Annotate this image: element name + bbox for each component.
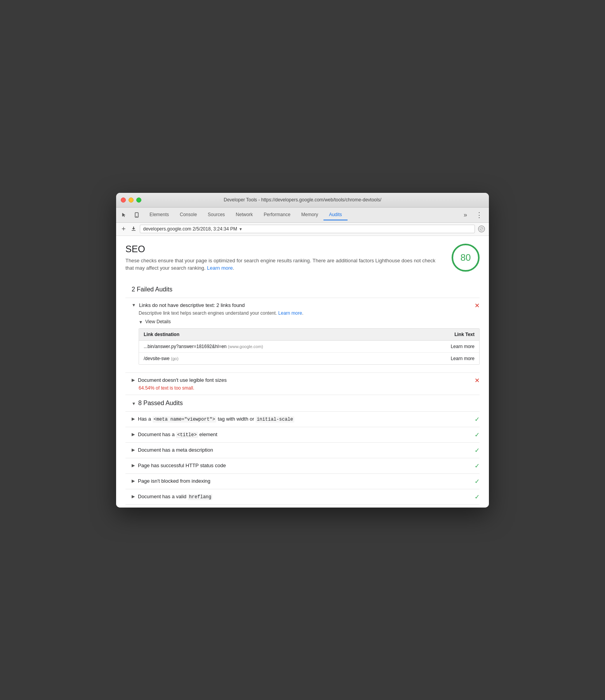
table-header: Link destination Link Text bbox=[139, 329, 479, 341]
tab-performance[interactable]: Performance bbox=[258, 210, 296, 220]
tab-audits[interactable]: Audits bbox=[323, 210, 347, 220]
fonts-fail-icon: ✕ bbox=[475, 377, 480, 384]
new-audit-button[interactable]: + bbox=[120, 224, 127, 234]
urlbar: + developers.google.com 2/5/2018, 3:24:3… bbox=[116, 223, 489, 236]
blocked-chevron[interactable] bbox=[132, 478, 135, 483]
more-tabs-button[interactable]: » bbox=[461, 210, 470, 220]
links-audit-text: Links do not have descriptive text: 2 li… bbox=[139, 302, 245, 309]
download-button[interactable] bbox=[130, 225, 137, 233]
mobile-icon[interactable] bbox=[132, 210, 142, 220]
tab-memory[interactable]: Memory bbox=[296, 210, 323, 220]
failed-audits-section: 2 Failed Audits Links do not have descri… bbox=[125, 281, 480, 395]
hreflang-chevron[interactable] bbox=[132, 494, 135, 499]
fonts-red-text: 64.54% of text is too small. bbox=[139, 385, 194, 391]
table-row-2-dest: /devsite-swe (go) bbox=[144, 356, 392, 361]
fonts-audit-text: Document doesn't use legible font sizes bbox=[138, 377, 227, 384]
http-text: Page has successful HTTP status code bbox=[138, 462, 226, 469]
audit-meta-item: Document has a meta description ✓ bbox=[125, 443, 480, 458]
tab-sources[interactable]: Sources bbox=[202, 210, 230, 220]
view-details-label: View Details bbox=[145, 319, 171, 324]
blocked-pass-icon: ✓ bbox=[475, 478, 480, 485]
table-row-1-domain: (www.google.com) bbox=[228, 344, 263, 349]
col-text-header: Link Text bbox=[392, 332, 475, 337]
audit-fonts-left: Document doesn't use legible font sizes bbox=[132, 377, 470, 384]
window-title: Developer Tools - https://developers.goo… bbox=[224, 197, 381, 203]
seo-title: SEO bbox=[125, 244, 444, 255]
maximize-button[interactable] bbox=[136, 198, 141, 203]
tab-console[interactable]: Console bbox=[174, 210, 202, 220]
fonts-sub: 64.54% of text is too small. bbox=[139, 385, 480, 391]
title-pass-icon: ✓ bbox=[475, 431, 480, 438]
audit-blocked-item: Page isn't blocked from indexing ✓ bbox=[125, 474, 480, 489]
audit-links-left: Links do not have descriptive text: 2 li… bbox=[132, 302, 470, 309]
viewport-chevron[interactable] bbox=[132, 416, 135, 421]
table-row-2-domain: (go) bbox=[171, 356, 179, 361]
viewport-text: Has a <meta name="viewport"> tag with wi… bbox=[138, 416, 294, 423]
audit-hreflang-item: Document has a valid hreflang ✓ bbox=[125, 489, 480, 505]
meta-pass-icon: ✓ bbox=[475, 447, 480, 454]
links-chevron[interactable] bbox=[132, 303, 136, 307]
block-button[interactable] bbox=[478, 225, 485, 232]
minimize-button[interactable] bbox=[129, 198, 134, 203]
table-row-1-dest: ...bin/answer.py?answer=181692&hl=en (ww… bbox=[144, 344, 392, 349]
title-chevron[interactable] bbox=[132, 432, 135, 437]
passed-audits-title: ▼8 Passed Audits bbox=[125, 395, 480, 412]
table-row: /devsite-swe (go) Learn more bbox=[139, 353, 479, 364]
audit-links-item: Links do not have descriptive text: 2 li… bbox=[125, 298, 480, 373]
svg-line-4 bbox=[480, 228, 483, 230]
titlebar: Developer Tools - https://developers.goo… bbox=[116, 193, 489, 208]
passed-chevron[interactable]: ▼ bbox=[132, 401, 136, 406]
cursor-icon[interactable] bbox=[119, 210, 129, 220]
blocked-text: Page isn't blocked from indexing bbox=[138, 478, 210, 485]
audit-title-item: Document has a <title> element ✓ bbox=[125, 427, 480, 443]
tab-elements[interactable]: Elements bbox=[144, 210, 174, 220]
traffic-lights bbox=[121, 198, 141, 203]
tab-network[interactable]: Network bbox=[230, 210, 258, 220]
hreflang-text: Document has a valid hreflang bbox=[138, 493, 212, 501]
url-input[interactable]: developers.google.com 2/5/2018, 3:24:34 … bbox=[140, 225, 475, 233]
devtools-window: Developer Tools - https://developers.goo… bbox=[116, 193, 489, 508]
toolbar: Elements Console Sources Network Perform… bbox=[116, 208, 489, 223]
audit-viewport-item: Has a <meta name="viewport"> tag with wi… bbox=[125, 412, 480, 427]
score-circle: 80 bbox=[452, 244, 480, 272]
links-sub: Descriptive link text helps search engin… bbox=[139, 310, 480, 316]
http-pass-icon: ✓ bbox=[475, 463, 480, 469]
svg-rect-2 bbox=[132, 230, 136, 231]
audit-fonts-row: Document doesn't use legible font sizes … bbox=[132, 377, 480, 384]
fonts-status: ✕ bbox=[475, 377, 480, 384]
passed-audits-section: ▼8 Passed Audits Has a <meta name="viewp… bbox=[125, 395, 480, 508]
url-text: developers.google.com 2/5/2018, 3:24:34 … bbox=[143, 226, 237, 232]
fonts-chevron[interactable] bbox=[132, 378, 135, 383]
links-status: ✕ bbox=[475, 302, 480, 309]
svg-rect-1 bbox=[136, 216, 137, 217]
audit-links-row: Links do not have descriptive text: 2 li… bbox=[132, 302, 480, 309]
failed-audits-title: 2 Failed Audits bbox=[125, 281, 480, 298]
details-chevron[interactable] bbox=[139, 320, 143, 324]
title-text: Document has a <title> element bbox=[138, 431, 217, 438]
menu-button[interactable]: ⋮ bbox=[473, 209, 486, 221]
close-button[interactable] bbox=[121, 198, 126, 203]
col-dest-header: Link destination bbox=[144, 332, 392, 337]
audit-fonts-item: Document doesn't use legible font sizes … bbox=[125, 373, 480, 395]
url-dropdown[interactable]: ▼ bbox=[239, 227, 243, 231]
seo-description: These checks ensure that your page is op… bbox=[125, 257, 444, 272]
table-row: ...bin/answer.py?answer=181692&hl=en (ww… bbox=[139, 341, 479, 353]
seo-learn-more-link[interactable]: Learn more bbox=[207, 265, 233, 271]
links-fail-icon: ✕ bbox=[475, 302, 480, 309]
audit-canonical-item: Document has a valid rel=canonical ✓ bbox=[125, 505, 480, 508]
seo-title-block: SEO These checks ensure that your page i… bbox=[125, 244, 452, 272]
view-details-toggle[interactable]: View Details bbox=[139, 319, 480, 324]
seo-desc-text: These checks ensure that your page is op… bbox=[125, 258, 435, 271]
table-row-2-text: Learn more bbox=[392, 356, 475, 361]
http-chevron[interactable] bbox=[132, 463, 135, 468]
viewport-pass-icon: ✓ bbox=[475, 416, 480, 423]
meta-chevron[interactable] bbox=[132, 447, 135, 452]
audit-http-item: Page has successful HTTP status code ✓ bbox=[125, 458, 480, 474]
links-table: Link destination Link Text ...bin/answer… bbox=[139, 328, 480, 365]
hreflang-pass-icon: ✓ bbox=[475, 494, 480, 500]
seo-header: SEO These checks ensure that your page i… bbox=[125, 244, 480, 272]
table-row-1-text: Learn more bbox=[392, 344, 475, 349]
content-area: SEO These checks ensure that your page i… bbox=[116, 236, 489, 508]
links-learn-more[interactable]: Learn more bbox=[278, 310, 302, 316]
nav-tabs: Elements Console Sources Network Perform… bbox=[144, 210, 458, 220]
